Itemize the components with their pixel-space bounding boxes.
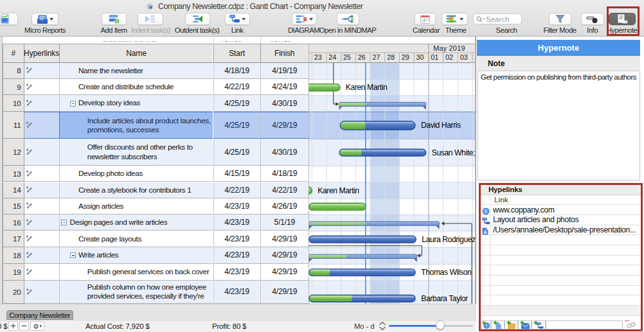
start-date-cell[interactable]: 4/18/19 [213,63,260,80]
diagram-button[interactable]: ▾ [292,13,317,25]
micro-report-doc-button[interactable] [0,13,18,25]
zoom-slider-filled[interactable] [389,325,440,327]
finish-date-cell[interactable]: 4/29/19 [260,247,309,264]
link-button[interactable]: ▾ [225,13,250,25]
finish-date-cell[interactable]: 4/19/19 [260,63,309,80]
start-date-cell[interactable]: 4/22/19 [213,79,260,95]
task-name-cell[interactable]: Offer discounts and other perks tonewsle… [59,139,213,166]
add-item-button[interactable] [102,13,127,25]
task-name-cell[interactable]: Create and distribute schedule [59,79,213,95]
column-header-num[interactable]: # [3,44,24,63]
hyperlink-cell[interactable] [24,214,59,231]
remove-task-button[interactable] [19,321,29,331]
hyperlink-cell[interactable] [24,139,59,166]
row-number: 17 [3,231,24,247]
task-name-cell[interactable]: Create a stylebook for contributors 1 [59,182,213,198]
start-date-cell[interactable]: 4/25/19 [213,139,260,166]
finish-date-cell[interactable]: 4/22/19 [260,182,309,198]
filter-mode-button[interactable] [549,13,571,25]
row-number: 12 [3,139,24,166]
task-name-cell[interactable]: Develop story ideas [59,95,213,112]
start-date-cell[interactable]: 4/25/19 [213,112,260,139]
hyperlink-cell[interactable] [24,198,59,214]
start-date-cell[interactable]: 4/23/19 [213,247,260,264]
search-icon [476,16,485,22]
collapse-expander[interactable] [70,252,76,258]
hyperlink-cell[interactable] [24,112,59,139]
calendar-button[interactable] [415,13,436,25]
task-name-cell[interactable]: Publish general services on back cover [59,264,213,281]
info-label: Info [587,26,598,34]
micro-reports-button[interactable]: ▾ [31,13,58,25]
task-name: Publish general services on back cover [87,267,209,276]
finish-date-cell[interactable]: 4/30/19 [260,139,309,166]
start-date-cell[interactable]: 4/15/19 [213,166,260,182]
hyperlink-cell[interactable] [24,63,59,80]
column-header-name[interactable]: Name [59,44,213,63]
hyperlink-cell[interactable] [24,166,59,182]
note-input[interactable] [478,71,640,180]
finish-date-cell[interactable]: 4/29/19 [260,264,309,281]
hyperlink-cell[interactable] [24,247,59,264]
task-name-cell[interactable]: Write articles [59,247,213,264]
finish-date-cell[interactable]: 4/29/19 [260,281,309,304]
task-name-cell[interactable]: Develop photo ideas [59,166,213,182]
start-date-cell[interactable]: 4/22/19 [213,182,260,198]
indent-tasks-button[interactable] [138,13,163,25]
hyperlink-cell[interactable] [24,264,59,281]
outdent-tasks-button[interactable] [185,13,210,25]
settings-gear-button[interactable]: ⚙▾ [30,321,44,331]
task-name-cell[interactable]: Name the newsletter [59,63,213,80]
info-button[interactable] [581,13,604,25]
row-number: 16 [3,214,24,231]
finish-date-cell[interactable]: 4/30/19 [260,95,309,112]
collapse-expander[interactable] [70,101,76,107]
day-label: 03 [460,53,467,61]
start-date-cell[interactable]: 4/23/19 [213,198,260,214]
task-name-cell[interactable]: Assign articles [59,198,213,214]
add-task-button[interactable] [8,321,18,331]
start-date-cell[interactable]: 4/23/19 [213,231,260,247]
hyperlink-cell[interactable] [24,281,59,304]
hyperlink-cell[interactable] [24,231,59,247]
finish-date-cell[interactable]: 4/29/19 [260,112,309,139]
task-name-cell[interactable]: Publish column on how one employeeprovid… [59,281,213,304]
zoom-slider-handle[interactable] [436,320,445,329]
finish-date-cell[interactable]: 4/18/19 [260,166,309,182]
day-label: 27 [372,53,380,61]
day-label: 01 [431,53,438,61]
task-name-cell[interactable]: Design pages and write articles [59,214,213,231]
task-name: Include articles about product launches,… [87,116,211,134]
report-doc-icon [1,14,9,24]
hypernote-panel-title: Hypernote [477,40,640,56]
gantt-chart[interactable]: May 20192324252627282930010203Karen Mart… [309,44,476,304]
finish-date-cell[interactable]: 4/26/19 [260,198,309,214]
task-name-cell[interactable]: Create page layouts [59,231,213,247]
hyperlink-cell[interactable] [24,95,59,112]
column-header-start[interactable]: Start [213,44,260,63]
resize-grip[interactable] [638,326,644,332]
finish-date-cell[interactable]: 4/29/19 [260,231,309,247]
column-header-hyperlinks[interactable]: Hyperlinks [24,44,59,63]
open-in-mindmap-button[interactable] [337,13,359,25]
zoom-slider-rest[interactable] [440,325,473,327]
start-date-cell[interactable]: 4/23/19 [213,264,260,281]
start-date-cell[interactable]: 4/23/19 [213,281,260,304]
timescale-stepper[interactable] [379,321,386,332]
task-name-cell[interactable]: Include articles about product launches,… [59,112,213,139]
day-label: 02 [445,53,453,61]
finish-date-cell[interactable]: 4/24/19 [260,79,309,95]
hyperlink-cell[interactable] [24,79,59,95]
collapse-expander[interactable] [61,220,67,225]
task-name: Offer discounts and other perks tonewsle… [87,143,193,161]
assignee-label: Barbara Taylor [421,293,468,302]
row-number: 19 [3,264,24,281]
theme-button[interactable]: ▾ [442,13,468,25]
document-tab[interactable]: Company Newsletter [6,310,73,320]
hyperlink-cell[interactable] [24,182,59,198]
search-input[interactable]: Search [473,13,522,24]
column-header-finish[interactable]: Finish [260,44,309,63]
start-date-cell[interactable]: 4/23/19 [213,214,260,231]
finish-date-cell[interactable]: 5/1/19 [260,214,309,231]
start-date-cell[interactable]: 4/25/19 [213,95,260,112]
